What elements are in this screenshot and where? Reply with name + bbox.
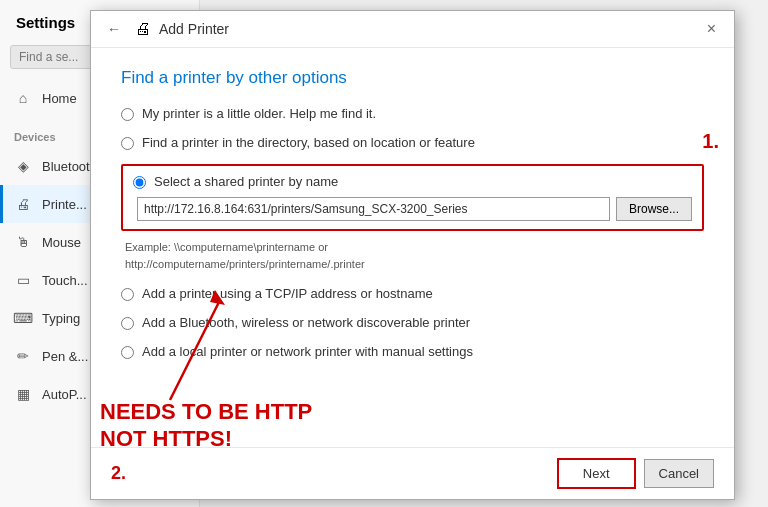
option-row-6: Add a local printer or network printer w… [121,344,704,359]
annotation-number-1: 1. [702,130,719,153]
sidebar-item-printers-label: Printe... [42,197,87,212]
sidebar-item-mouse-label: Mouse [42,235,81,250]
dialog-title-text: Add Printer [159,21,229,37]
annotation-number-2: 2. [111,463,126,484]
option-row-2-wrapper: Find a printer in the directory, based o… [121,135,704,150]
bluetooth-icon: ◈ [14,157,32,175]
sidebar-item-bluetooth-label: Bluetooth [42,159,97,174]
option-label-3[interactable]: Select a shared printer by name [154,174,338,189]
dialog-titlebar: ← 🖨 Add Printer × [91,11,734,48]
sidebar-item-touchpad-label: Touch... [42,273,88,288]
sidebar-item-home-label: Home [42,91,77,106]
dialog-printer-icon: 🖨 [135,20,151,38]
cancel-button[interactable]: Cancel [644,459,714,488]
back-button[interactable]: ← [101,19,127,39]
option-label-1[interactable]: My printer is a little older. Help me fi… [142,106,376,121]
section-heading: Find a printer by other options [121,68,704,88]
printer-url-input[interactable] [137,197,610,221]
option-label-6[interactable]: Add a local printer or network printer w… [142,344,473,359]
dialog-footer: 2. Next Cancel [91,447,734,499]
typing-icon: ⌨ [14,309,32,327]
mouse-icon: 🖱 [14,233,32,251]
dialog-title-left: ← 🖨 Add Printer [101,19,229,39]
highlighted-option: Select a shared printer by name Browse..… [121,164,704,231]
option-label-2[interactable]: Find a printer in the directory, based o… [142,135,475,150]
radio-opt3[interactable] [133,176,146,189]
option-row-3: Select a shared printer by name [133,174,692,189]
big-annotation-line1: NEEDS TO BE HTTP [100,399,312,425]
radio-opt6[interactable] [121,346,134,359]
option-label-4[interactable]: Add a printer using a TCP/IP address or … [142,286,433,301]
next-button[interactable]: Next [557,458,636,489]
radio-opt2[interactable] [121,137,134,150]
pen-icon: ✏ [14,347,32,365]
sidebar-item-pen-label: Pen &... [42,349,88,364]
radio-opt5[interactable] [121,317,134,330]
radio-opt4[interactable] [121,288,134,301]
option-row-1: My printer is a little older. Help me fi… [121,106,704,121]
url-input-row: Browse... [137,197,692,221]
dialog-content: Find a printer by other options My print… [91,48,734,447]
radio-opt1[interactable] [121,108,134,121]
option-label-5[interactable]: Add a Bluetooth, wireless or network dis… [142,315,470,330]
printer-nav-icon: 🖨 [14,195,32,213]
home-icon: ⌂ [14,89,32,107]
touchpad-icon: ▭ [14,271,32,289]
option-row-4: Add a printer using a TCP/IP address or … [121,286,704,301]
example-text: Example: \\computername\printername or h… [125,239,704,272]
browse-button[interactable]: Browse... [616,197,692,221]
big-annotation-line2: NOT HTTPS! [100,426,312,452]
option-row-5: Add a Bluetooth, wireless or network dis… [121,315,704,330]
sidebar-item-autop-label: AutoP... [42,387,87,402]
sidebar-item-typing-label: Typing [42,311,80,326]
autop-icon: ▦ [14,385,32,403]
close-button[interactable]: × [699,19,724,39]
big-annotation-text: NEEDS TO BE HTTP NOT HTTPS! [100,399,312,452]
highlighted-option-wrapper: Select a shared printer by name Browse..… [121,164,704,272]
